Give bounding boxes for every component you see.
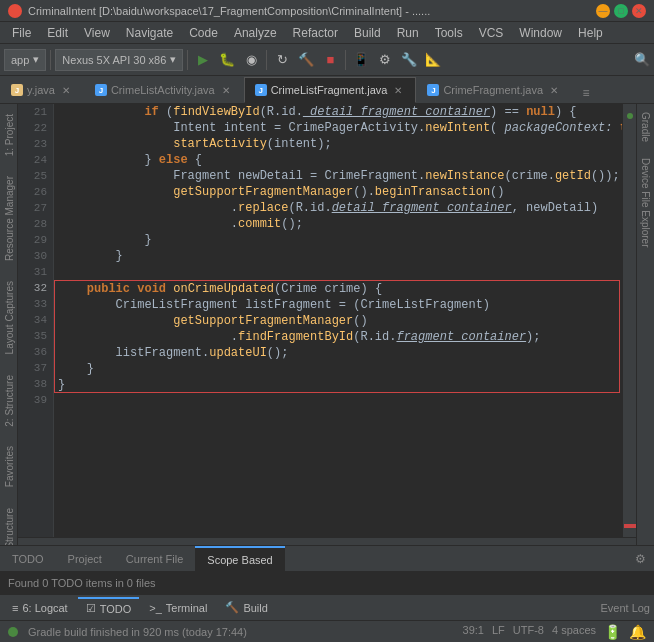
- build-tool-button[interactable]: 🔨 Build: [217, 597, 275, 619]
- menu-navigate[interactable]: Navigate: [118, 24, 181, 42]
- tab-close-button-4[interactable]: ✕: [547, 83, 561, 97]
- line-num-21: 21: [18, 104, 47, 120]
- panel-resource[interactable]: Resource Manager: [0, 166, 17, 271]
- line-num-23: 23: [18, 136, 47, 152]
- menu-vcs[interactable]: VCS: [471, 24, 512, 42]
- bottom-panel: TODO Project Current File Scope Based ⚙ …: [0, 545, 654, 594]
- profile-button[interactable]: ◉: [240, 49, 262, 71]
- terminal-label: Terminal: [166, 602, 208, 614]
- indent[interactable]: 4 spaces: [552, 624, 596, 640]
- logcat-label: 6: Logcat: [22, 602, 67, 614]
- run-button[interactable]: ▶: [192, 49, 214, 71]
- device-selector[interactable]: Nexus 5X API 30 x86 ▾: [55, 49, 183, 71]
- line-num-29: 29: [18, 232, 47, 248]
- code-line-34: getSupportFragmentManager (): [58, 313, 618, 329]
- menu-file[interactable]: File: [4, 24, 39, 42]
- cursor-position[interactable]: 39:1: [463, 624, 484, 640]
- debug-button[interactable]: 🐛: [216, 49, 238, 71]
- menu-refactor[interactable]: Refactor: [285, 24, 346, 42]
- app-selector[interactable]: app ▾: [4, 49, 46, 71]
- tab-crimefragment[interactable]: J CrimeFragment.java ✕: [416, 77, 572, 103]
- toolbar-separator-4: [345, 50, 346, 70]
- tab-close-button-3[interactable]: ✕: [391, 83, 405, 97]
- layout-button[interactable]: 📐: [422, 49, 444, 71]
- window-title: CriminalIntent [D:\baidu\workspace\17_Fr…: [28, 5, 596, 17]
- menu-build[interactable]: Build: [346, 24, 389, 42]
- chevron-down-icon: ▾: [33, 53, 39, 66]
- code-line-33: CrimeListFragment listFragment = (CrimeL…: [58, 297, 618, 313]
- code-line-29: }: [58, 232, 618, 248]
- tab-close-button[interactable]: ✕: [59, 83, 73, 97]
- search-icon: 🔍: [634, 52, 650, 67]
- tab-crimelistfragment[interactable]: J CrimeListFragment.java ✕: [244, 77, 417, 103]
- line-num-38: 38: [18, 376, 47, 392]
- code-line-37: }: [58, 361, 618, 377]
- menu-tools[interactable]: Tools: [427, 24, 471, 42]
- panel-gradle[interactable]: Gradle: [638, 104, 653, 150]
- menu-window[interactable]: Window: [511, 24, 570, 42]
- tab-crimelistactivity[interactable]: J CrimeListActivity.java ✕: [84, 77, 244, 103]
- sdk-button[interactable]: ⚙: [374, 49, 396, 71]
- line-num-37: 37: [18, 360, 47, 376]
- main-area: 1: Project Resource Manager Layout Captu…: [0, 104, 654, 545]
- tab-yjava[interactable]: J y.java ✕: [0, 77, 84, 103]
- menu-code[interactable]: Code: [181, 24, 226, 42]
- todo-tool-icon: ☑: [86, 602, 96, 615]
- current-file-tab-label: Current File: [126, 553, 183, 565]
- maximize-button[interactable]: □: [614, 4, 628, 18]
- avd-button[interactable]: 📱: [350, 49, 372, 71]
- menu-view[interactable]: View: [76, 24, 118, 42]
- menu-run[interactable]: Run: [389, 24, 427, 42]
- tab-current-file[interactable]: Current File: [114, 546, 195, 572]
- horizontal-scrollbar[interactable]: [18, 537, 636, 545]
- code-line-22: Intent intent = CrimePagerActivity. newI…: [58, 120, 618, 136]
- todo-tool-button[interactable]: ☑ TODO: [78, 597, 140, 619]
- editor-body: 21 22 23 24 25 26 27 28 29 30 31 32 33 3…: [18, 104, 636, 537]
- panel-layout[interactable]: Layout Captures: [0, 271, 17, 364]
- terminal-button[interactable]: >_ Terminal: [141, 597, 215, 619]
- stop-button[interactable]: ■: [319, 49, 341, 71]
- tab-todo[interactable]: TODO: [0, 546, 56, 572]
- minimize-button[interactable]: —: [596, 4, 610, 18]
- panel-project[interactable]: 1: Project: [0, 104, 17, 166]
- code-editor[interactable]: if ( findViewById (R.id. detail_fragment…: [54, 104, 622, 537]
- tab-scope-based[interactable]: Scope Based: [195, 546, 284, 572]
- line-num-24: 24: [18, 152, 47, 168]
- menu-help[interactable]: Help: [570, 24, 611, 42]
- tab-label: CrimeFragment.java: [443, 84, 543, 96]
- code-line-27: . replace (R.id. detail_fragment_contain…: [58, 200, 618, 216]
- tool-windows-bar: ≡ 6: Logcat ☑ TODO >_ Terminal 🔨 Build E…: [0, 594, 654, 620]
- close-button[interactable]: ✕: [632, 4, 646, 18]
- tabs-bar: J y.java ✕ J CrimeListActivity.java ✕ J …: [0, 76, 654, 104]
- code-line-30: }: [58, 248, 618, 264]
- tab-project[interactable]: Project: [56, 546, 114, 572]
- panel-favorites[interactable]: Favorites: [0, 436, 17, 497]
- code-line-23: startActivity (intent);: [58, 136, 618, 152]
- status-bar: Gradle build finished in 920 ms (today 1…: [0, 620, 654, 642]
- menu-analyze[interactable]: Analyze: [226, 24, 285, 42]
- line-num-35: 35: [18, 328, 47, 344]
- menu-bar: File Edit View Navigate Code Analyze Ref…: [0, 22, 654, 44]
- todo-settings-button[interactable]: ⚙: [627, 552, 654, 566]
- build-button[interactable]: 🔨: [295, 49, 317, 71]
- menu-edit[interactable]: Edit: [39, 24, 76, 42]
- todo-content: Found 0 TODO items in 0 files: [0, 572, 654, 594]
- event-log-button[interactable]: Event Log: [600, 602, 650, 614]
- panel-structure-7[interactable]: 7: Structure: [0, 498, 17, 545]
- code-line-38: }: [58, 377, 618, 393]
- sync-button[interactable]: ↻: [271, 49, 293, 71]
- tab-close-button-2[interactable]: ✕: [219, 83, 233, 97]
- line-separator[interactable]: LF: [492, 624, 505, 640]
- panel-structure-2[interactable]: 2: Structure: [0, 365, 17, 437]
- logcat-button[interactable]: ≡ 6: Logcat: [4, 597, 76, 619]
- gradle-ok-indicator: [8, 627, 18, 637]
- tab-overflow-button[interactable]: ≡: [576, 83, 596, 103]
- toolbar-separator-3: [266, 50, 267, 70]
- line-num-36: 36: [18, 344, 47, 360]
- line-num-28: 28: [18, 216, 47, 232]
- panel-device-explorer[interactable]: Device File Explorer: [638, 150, 653, 255]
- build-icon: 🔨: [225, 601, 239, 614]
- encoding[interactable]: UTF-8: [513, 624, 544, 640]
- settings-button[interactable]: 🔧: [398, 49, 420, 71]
- code-line-26: getSupportFragmentManager (). beginTrans…: [58, 184, 618, 200]
